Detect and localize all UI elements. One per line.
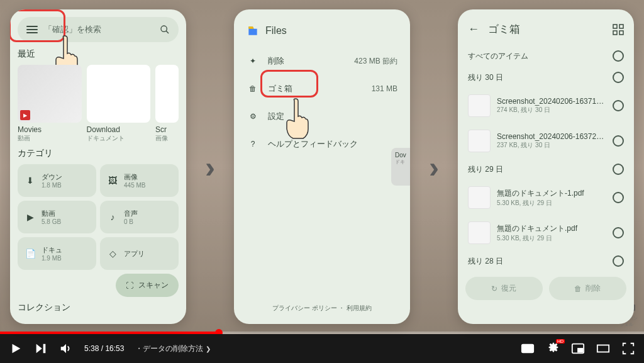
category-documents[interactable]: 📄ドキュ1.9 MB bbox=[18, 237, 96, 270]
delete-button[interactable]: 🗑削除 bbox=[549, 277, 626, 300]
scan-icon: ⛶ bbox=[126, 281, 133, 290]
category-images[interactable]: 🖼画像445 MB bbox=[100, 164, 179, 197]
section-collection-title: コレクション bbox=[18, 302, 179, 313]
category-grid: ⬇ダウン1.8 MB 🖼画像445 MB ▶動画5.8 GB ♪音声0 B 📄ド… bbox=[18, 164, 179, 270]
background-preview: Dovドキ bbox=[391, 148, 410, 186]
drawer-header: Files bbox=[242, 17, 402, 47]
file-thumbnail bbox=[468, 186, 491, 209]
svg-rect-2 bbox=[613, 25, 617, 28]
delete-icon: 🗑 bbox=[574, 284, 582, 293]
grid-view-icon[interactable] bbox=[613, 24, 624, 35]
player-controls: 5:38 / 16:53 ・データの削除方法 ❯ HD bbox=[0, 334, 644, 363]
phone-screen-3: ← ゴミ箱 すべてのアイテム 残り 30 日 Screenshot_202402… bbox=[458, 9, 634, 324]
scan-button[interactable]: ⛶スキャン bbox=[116, 274, 179, 297]
settings-button[interactable]: HD bbox=[546, 342, 560, 355]
trash-title: ゴミ箱 bbox=[488, 22, 604, 36]
search-bar[interactable]: 「確認」を検索 bbox=[18, 17, 179, 42]
gear-icon: ⚙ bbox=[247, 110, 259, 123]
movie-thumbnail bbox=[18, 65, 82, 123]
phone-screen-2: Dovドキ Files ✦ 削除 423 MB 節約 🗑 ゴミ箱 131 MB … bbox=[234, 9, 410, 324]
radio-all[interactable] bbox=[613, 50, 624, 62]
phone-screen-1: 「確認」を検索 最近 Movies 動画 Download ドキュメント Scr… bbox=[10, 9, 186, 324]
category-downloads[interactable]: ⬇ダウン1.8 MB bbox=[18, 164, 96, 197]
trash-file-row[interactable]: 無題のドキュメント-1.pdf5.30 KB, 残り 29 日 bbox=[465, 180, 626, 215]
category-audio[interactable]: ♪音声0 B bbox=[100, 201, 179, 233]
svg-rect-4 bbox=[613, 31, 617, 35]
sparkle-icon: ✦ bbox=[247, 55, 259, 67]
category-apps[interactable]: ◇アプリ bbox=[100, 237, 179, 270]
drawer-item-settings[interactable]: ⚙ 設定 bbox=[242, 103, 402, 130]
radio-group[interactable] bbox=[613, 255, 624, 267]
theater-button[interactable] bbox=[596, 342, 610, 355]
chevron-right-icon: › bbox=[205, 150, 215, 184]
time-display: 5:38 / 16:53 bbox=[84, 344, 124, 353]
subtitles-button[interactable] bbox=[521, 342, 535, 355]
search-icon[interactable] bbox=[160, 25, 170, 35]
svg-point-0 bbox=[161, 26, 167, 31]
radio-file[interactable] bbox=[613, 135, 624, 147]
help-icon: ? bbox=[247, 138, 259, 150]
svg-rect-7 bbox=[524, 350, 528, 351]
video-icon: ▶ bbox=[24, 211, 36, 223]
chevron-right-icon: ❯ bbox=[206, 345, 211, 352]
chevron-right-icon: › bbox=[429, 150, 439, 184]
trash-file-row[interactable]: 無題のドキュメント.pdf5.30 KB, 残り 29 日 bbox=[465, 215, 626, 250]
all-items-row[interactable]: すべてのアイテム bbox=[465, 45, 626, 67]
trash-header: ← ゴミ箱 bbox=[465, 17, 626, 45]
restore-icon: ↻ bbox=[491, 284, 497, 293]
drawer-footer[interactable]: プライバシー ポリシー ・ 利用規約 bbox=[234, 304, 410, 313]
section-category-title: カテゴリ bbox=[18, 148, 179, 159]
recent-item[interactable]: Movies 動画 bbox=[18, 65, 82, 143]
trash-actions: ↻復元 🗑削除 bbox=[465, 277, 626, 300]
video-content: 「確認」を検索 最近 Movies 動画 Download ドキュメント Scr… bbox=[0, 0, 644, 333]
radio-group[interactable] bbox=[613, 164, 624, 175]
trash-icon: 🗑 bbox=[247, 82, 259, 95]
radio-group[interactable] bbox=[613, 72, 624, 83]
document-thumbnail bbox=[87, 65, 151, 123]
fullscreen-button[interactable] bbox=[621, 342, 635, 355]
app-icon: ◇ bbox=[106, 247, 119, 260]
group-header[interactable]: 残り 28 日 bbox=[465, 250, 626, 272]
menu-icon[interactable] bbox=[26, 26, 38, 33]
volume-button[interactable] bbox=[59, 342, 73, 355]
svg-rect-11 bbox=[597, 345, 609, 352]
music-icon: ♪ bbox=[106, 211, 119, 223]
play-button[interactable] bbox=[9, 342, 23, 355]
document-icon: 📄 bbox=[24, 247, 36, 260]
recent-item[interactable]: Download ドキュメント bbox=[87, 65, 151, 143]
download-icon: ⬇ bbox=[24, 174, 36, 187]
recent-item[interactable]: Scr 画像 bbox=[155, 65, 179, 143]
radio-file[interactable] bbox=[613, 227, 624, 238]
image-thumbnail bbox=[155, 65, 179, 123]
file-thumbnail bbox=[468, 221, 491, 244]
next-button[interactable] bbox=[34, 342, 48, 355]
image-icon: 🖼 bbox=[106, 174, 119, 187]
miniplayer-button[interactable] bbox=[571, 342, 585, 355]
radio-file[interactable] bbox=[613, 100, 624, 111]
trash-file-row[interactable]: Screenshot_20240206-163718.png274 KB, 残り… bbox=[465, 88, 626, 123]
drawer-item-trash[interactable]: 🗑 ゴミ箱 131 MB bbox=[242, 75, 402, 103]
svg-rect-3 bbox=[619, 25, 623, 28]
file-thumbnail bbox=[468, 94, 491, 117]
trash-file-row[interactable]: Screenshot_20240206-163729.png237 KB, 残り… bbox=[465, 123, 626, 159]
back-icon[interactable]: ← bbox=[468, 23, 479, 36]
recent-row: Movies 動画 Download ドキュメント Scr 画像 bbox=[18, 65, 179, 143]
drawer-item-clean[interactable]: ✦ 削除 423 MB 節約 bbox=[242, 47, 402, 75]
svg-line-1 bbox=[166, 31, 169, 33]
category-videos[interactable]: ▶動画5.8 GB bbox=[18, 201, 96, 233]
files-logo-icon bbox=[247, 25, 259, 37]
search-placeholder: 「確認」を検索 bbox=[44, 24, 153, 35]
chapter-label[interactable]: ・データの削除方法 ❯ bbox=[135, 343, 210, 354]
section-recent-title: 最近 bbox=[18, 48, 179, 60]
drawer-item-help[interactable]: ? ヘルプとフィードバック bbox=[242, 130, 402, 158]
restore-button[interactable]: ↻復元 bbox=[465, 277, 543, 300]
svg-rect-5 bbox=[619, 31, 623, 35]
group-header[interactable]: 残り 30 日 bbox=[465, 67, 626, 88]
drawer-title: Files bbox=[265, 25, 287, 36]
file-thumbnail bbox=[468, 130, 491, 152]
svg-rect-10 bbox=[578, 349, 582, 352]
svg-rect-8 bbox=[528, 350, 532, 351]
radio-file[interactable] bbox=[613, 192, 624, 203]
group-header[interactable]: 残り 29 日 bbox=[465, 159, 626, 180]
hd-badge: HD bbox=[556, 339, 565, 343]
